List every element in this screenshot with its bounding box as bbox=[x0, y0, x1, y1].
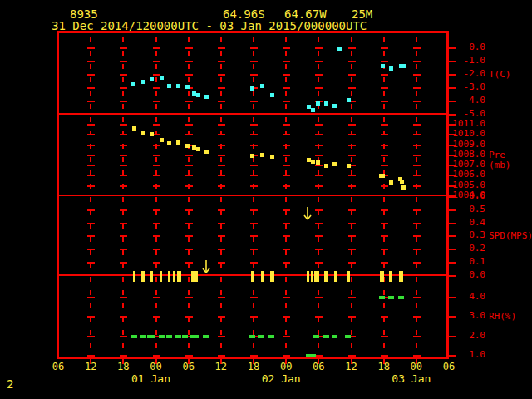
grid-cross bbox=[153, 47, 160, 49]
grid-cross bbox=[185, 47, 193, 49]
x-hour-label: 00 bbox=[144, 362, 169, 372]
wind-calm-bar bbox=[251, 271, 254, 282]
y-tick-label: 1005.0 bbox=[432, 180, 485, 190]
grid-cross bbox=[153, 145, 160, 146]
y-tick-label: -1.0 bbox=[432, 56, 485, 66]
grid-cross bbox=[283, 47, 290, 49]
grid-cross bbox=[218, 124, 225, 126]
temperature-point bbox=[337, 47, 342, 51]
grid-cross bbox=[381, 74, 388, 76]
pressure-point bbox=[150, 132, 154, 136]
grid-cross bbox=[348, 145, 356, 146]
grid-cross bbox=[153, 155, 160, 156]
humidity-point bbox=[182, 335, 188, 338]
humidity-point bbox=[131, 335, 137, 338]
grid-cross bbox=[413, 223, 421, 224]
grid-column bbox=[253, 37, 254, 356]
grid-cross bbox=[283, 124, 290, 126]
humidity-point bbox=[258, 335, 264, 338]
grid-cross bbox=[348, 223, 356, 224]
pressure-point bbox=[160, 138, 164, 142]
grid-cross bbox=[315, 74, 323, 76]
y-tick-label: 0.5 bbox=[432, 204, 485, 214]
grid-cross bbox=[413, 87, 421, 89]
grid-cross bbox=[413, 262, 421, 264]
grid-cross bbox=[218, 336, 225, 337]
y-tick-label: 1006.0 bbox=[432, 170, 485, 180]
grid-cross bbox=[348, 134, 356, 135]
y-tick-label: 1011.0 bbox=[432, 119, 485, 129]
y-tick-label: 0.0 bbox=[432, 270, 485, 280]
grid-cross bbox=[381, 336, 388, 337]
temperature-point bbox=[381, 64, 385, 68]
humidity-point bbox=[140, 335, 146, 338]
grid-cross bbox=[348, 175, 356, 176]
panel-unit-label: Pre (mb) bbox=[489, 150, 532, 170]
grid-cross bbox=[120, 185, 127, 187]
grid-cross bbox=[381, 262, 388, 264]
grid-cross bbox=[250, 175, 258, 176]
grid-cross bbox=[348, 61, 356, 62]
grid-cross bbox=[381, 165, 388, 166]
grid-cross bbox=[283, 134, 290, 135]
grid-cross bbox=[185, 235, 193, 237]
pressure-point bbox=[167, 141, 171, 145]
pressure-point bbox=[132, 126, 136, 131]
grid-cross bbox=[87, 223, 95, 224]
grid-cross bbox=[120, 175, 127, 176]
grid-cross bbox=[315, 61, 323, 62]
grid-cross bbox=[283, 336, 290, 337]
grid-cross bbox=[185, 249, 193, 250]
met-plot-screen: 8935 64.96S 64.67W 25M 31 Dec 2014/12000… bbox=[0, 0, 532, 399]
grid-cross bbox=[185, 223, 193, 224]
wind-calm-bar bbox=[272, 271, 274, 282]
pressure-point bbox=[260, 153, 264, 157]
x-hour-label: 12 bbox=[339, 362, 364, 372]
grid-cross bbox=[153, 297, 160, 298]
grid-cross bbox=[87, 185, 95, 187]
grid-cross bbox=[413, 209, 421, 211]
grid-cross bbox=[185, 297, 193, 298]
grid-cross bbox=[87, 175, 95, 176]
grid-cross bbox=[218, 165, 225, 166]
grid-cross bbox=[381, 124, 388, 126]
grid-cross bbox=[413, 145, 421, 146]
grid-cross bbox=[87, 297, 95, 298]
temperature-point bbox=[150, 77, 154, 81]
grid-cross bbox=[348, 355, 356, 357]
grid-cross bbox=[218, 47, 225, 49]
grid-cross bbox=[381, 101, 388, 102]
grid-cross bbox=[283, 155, 290, 156]
grid-cross bbox=[315, 355, 323, 357]
grid-cross bbox=[120, 223, 127, 224]
humidity-point bbox=[159, 335, 165, 338]
grid-cross bbox=[250, 235, 258, 237]
grid-cross bbox=[153, 355, 160, 357]
humidity-point bbox=[345, 335, 351, 338]
grid-cross bbox=[413, 235, 421, 237]
grid-cross bbox=[381, 185, 388, 187]
wind-calm-bar bbox=[334, 271, 337, 282]
grid-cross bbox=[218, 175, 225, 176]
grid-cross bbox=[218, 355, 225, 357]
grid-cross bbox=[381, 155, 388, 156]
grid-column bbox=[285, 37, 287, 356]
wind-calm-bar bbox=[311, 271, 313, 282]
grid-cross bbox=[153, 249, 160, 250]
wind-calm-bar bbox=[195, 271, 198, 282]
grid-cross bbox=[315, 249, 323, 250]
grid-cross bbox=[120, 74, 127, 76]
temperature-point bbox=[167, 84, 171, 88]
grid-cross bbox=[120, 262, 127, 264]
y-tick-label: 1.0 bbox=[432, 350, 485, 360]
grid-cross bbox=[283, 101, 290, 102]
grid-cross bbox=[185, 74, 193, 76]
grid-cross bbox=[120, 355, 127, 357]
y-tick-label: 0.2 bbox=[432, 244, 485, 254]
temperature-point bbox=[260, 84, 264, 88]
grid-cross bbox=[250, 209, 258, 211]
grid-cross bbox=[87, 145, 95, 146]
grid-cross bbox=[120, 101, 127, 102]
station-latitude: 64.96S bbox=[223, 8, 265, 20]
grid-cross bbox=[381, 316, 388, 318]
